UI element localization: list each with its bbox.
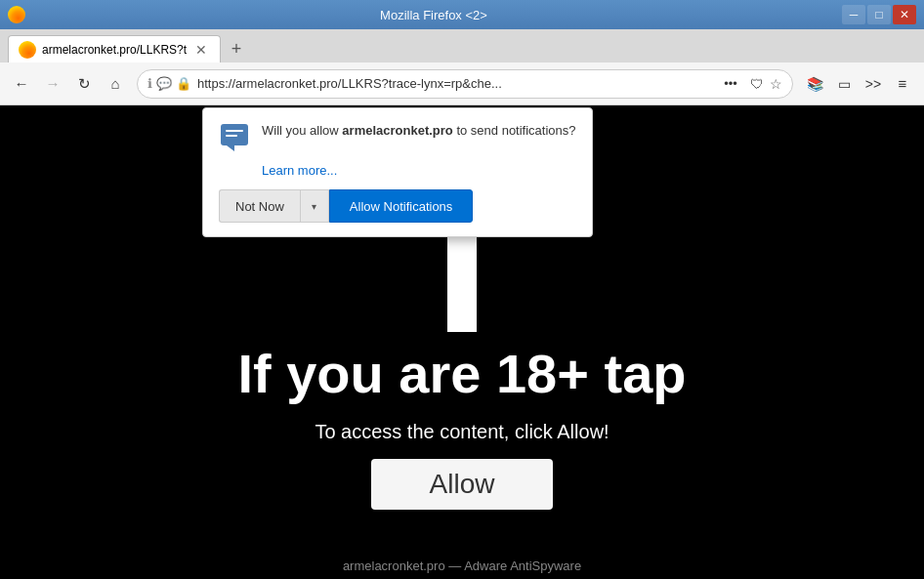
bookmark-shield-icon: 🛡	[750, 76, 764, 92]
url-bar-right: ••• 🛡 ☆	[717, 70, 782, 98]
popup-header: Will you allow armelacronket.pro to send…	[219, 122, 576, 153]
allow-overlay-button[interactable]: Allow	[371, 459, 554, 510]
titlebar-left	[8, 6, 25, 23]
menu-button[interactable]: ≡	[889, 70, 916, 98]
url-text: https://armelacronket.pro/LLKRS?trace-ly…	[197, 76, 711, 91]
new-tab-button[interactable]: +	[223, 35, 250, 62]
forward-button[interactable]: →	[39, 70, 66, 98]
bookmark-star-icon: ☆	[770, 76, 782, 92]
reload-button[interactable]: ↻	[70, 70, 98, 98]
maximize-button[interactable]: □	[867, 5, 891, 24]
not-now-dropdown-button[interactable]: ▾	[300, 189, 329, 223]
popup-message: Will you allow armelacronket.pro to send…	[262, 122, 576, 140]
not-now-button[interactable]: Not Now	[219, 189, 300, 223]
info-icon: ℹ	[147, 76, 152, 91]
popup-message-prefix: Will you allow	[262, 123, 342, 138]
browser-content: Will you allow armelacronket.pro to send…	[0, 105, 924, 579]
bottom-watermark: armelacronket.pro — Adware AntiSpyware	[343, 558, 581, 573]
firefox-icon	[8, 6, 25, 23]
tab-close-button[interactable]: ✕	[192, 41, 210, 59]
url-bar[interactable]: ℹ 💬 🔒 https://armelacronket.pro/LLKRS?tr…	[137, 69, 793, 99]
notification-popup: Will you allow armelacronket.pro to send…	[202, 107, 593, 237]
popup-buttons: Not Now ▾ Allow Notifications	[219, 189, 576, 223]
svg-rect-3	[226, 135, 237, 137]
minimize-button[interactable]: ─	[842, 5, 865, 24]
svg-rect-2	[226, 130, 243, 132]
learn-more-link[interactable]: Learn more...	[262, 163, 576, 178]
library-button[interactable]: 📚	[801, 70, 828, 98]
url-bar-icons: ℹ 💬 🔒	[147, 76, 191, 91]
allow-notifications-button[interactable]: Allow Notifications	[329, 189, 474, 223]
lock-icon: 🔒	[176, 76, 191, 91]
notification-bubble-icon	[219, 122, 250, 153]
titlebar: Mozilla Firefox <2> ─ □ ✕	[0, 0, 924, 29]
tab-title: armelacronket.pro/LLKRS?t	[42, 43, 187, 57]
overflow-button[interactable]: >>	[860, 70, 887, 98]
back-button[interactable]: ←	[8, 70, 35, 98]
active-tab[interactable]: armelacronket.pro/LLKRS?t ✕	[8, 35, 221, 62]
arrow-stem	[447, 234, 477, 332]
sub-text: To access the content, click Allow!	[315, 421, 609, 443]
more-button[interactable]: •••	[717, 70, 744, 98]
chat-icon: 💬	[156, 76, 172, 91]
main-text: If you are 18+ tap	[237, 342, 686, 405]
tabbar: armelacronket.pro/LLKRS?t ✕ +	[0, 29, 924, 62]
toolbar: ← → ↻ ⌂ ℹ 💬 🔒 https://armelacronket.pro/…	[0, 62, 924, 105]
popup-domain: armelacronket.pro	[342, 123, 452, 138]
popup-message-suffix: to send notifications?	[453, 123, 576, 138]
sidebar-button[interactable]: ▭	[830, 70, 858, 98]
close-button[interactable]: ✕	[893, 5, 916, 24]
titlebar-controls: ─ □ ✕	[842, 5, 916, 24]
svg-marker-1	[227, 145, 234, 151]
titlebar-title: Mozilla Firefox <2>	[25, 8, 842, 22]
toolbar-right: 📚 ▭ >> ≡	[801, 70, 916, 98]
tab-favicon	[19, 41, 36, 59]
home-button[interactable]: ⌂	[102, 70, 129, 98]
